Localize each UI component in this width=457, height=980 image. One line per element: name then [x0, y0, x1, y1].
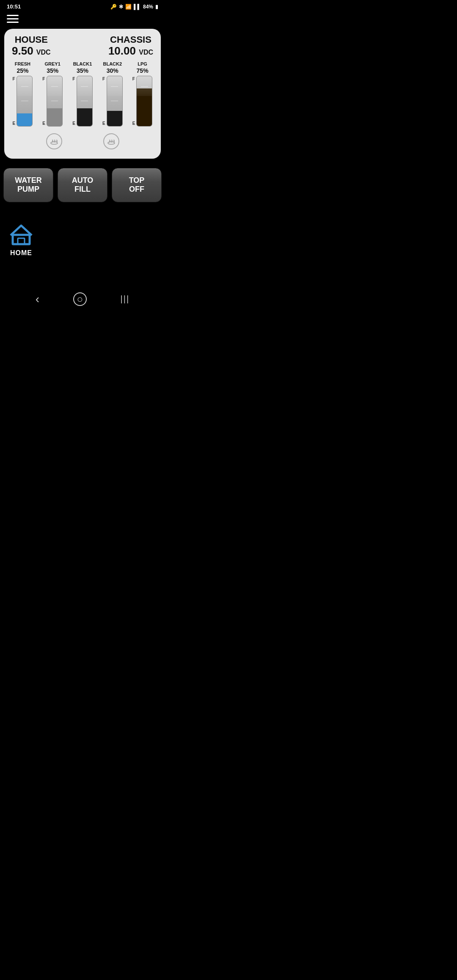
- heat-icon-2[interactable]: [103, 133, 119, 149]
- auto-fill-button[interactable]: AUTOFILL: [58, 168, 107, 202]
- hamburger-line2: [7, 18, 19, 19]
- chassis-label: CHASSIS: [108, 35, 153, 45]
- home-label: HOME: [10, 249, 32, 257]
- hamburger-line1: [7, 15, 19, 16]
- tank-lpg: LPG 75% F E: [130, 61, 155, 127]
- main-card: HOUSE 9.50 VDC CHASSIS 10.00 VDC FRESH 2…: [4, 29, 161, 159]
- tank-grey1: GREY1 35% F E: [40, 61, 65, 127]
- tank-percent: 35%: [77, 67, 88, 74]
- house-label: HOUSE: [12, 35, 51, 45]
- bluetooth-icon: ✻: [119, 4, 123, 10]
- tank-gauge: [77, 76, 93, 127]
- status-bar: 10:51 🔑 ✻ 📶 ▌▌ 84% ▮: [0, 0, 165, 11]
- house-value: 9.50 VDC: [12, 45, 51, 57]
- tank-fill: [47, 108, 62, 126]
- tank-black2: BLACK2 30% F E: [100, 61, 125, 127]
- tank-black1: BLACK1 35% F E: [70, 61, 95, 127]
- tank-percent: 35%: [47, 67, 58, 74]
- key-icon: 🔑: [110, 4, 117, 10]
- status-icons: 🔑 ✻ 📶 ▌▌ 84% ▮: [110, 4, 158, 10]
- tank-fresh: FRESH 25% F E: [10, 61, 35, 127]
- chassis-value: 10.00 VDC: [108, 45, 153, 57]
- tank-percent: 30%: [107, 67, 118, 74]
- tanks-section: FRESH 25% F E GREY1 35%: [8, 61, 157, 127]
- back-button[interactable]: ‹: [32, 289, 43, 309]
- tank-fill: [137, 88, 152, 126]
- tank-name: FRESH: [15, 61, 30, 66]
- tank-fill: [107, 111, 122, 126]
- tank-gauge: [47, 76, 63, 127]
- battery-icon: ▮: [155, 4, 158, 10]
- bottom-nav: HOME: [0, 206, 165, 265]
- recent-button[interactable]: |||: [117, 291, 133, 307]
- tank-name: GREY1: [45, 61, 61, 66]
- chassis-battery: CHASSIS 10.00 VDC: [108, 35, 153, 57]
- tank-fill: [77, 108, 92, 126]
- top-off-button[interactable]: TOPOFF: [112, 168, 162, 202]
- menu-bar: [0, 11, 165, 26]
- heat-icons-row: [8, 130, 157, 153]
- battery-section: HOUSE 9.50 VDC CHASSIS 10.00 VDC: [8, 35, 157, 57]
- heat-icon-1[interactable]: [46, 133, 62, 149]
- control-buttons: WATERPUMPAUTOFILLTOPOFF: [0, 164, 165, 206]
- house-battery: HOUSE 9.50 VDC: [12, 35, 51, 57]
- tank-name: LPG: [138, 61, 147, 66]
- home-icon: [8, 223, 34, 247]
- tank-name: BLACK1: [73, 61, 92, 66]
- home-nav-item[interactable]: HOME: [8, 223, 34, 257]
- tank-fill: [17, 113, 32, 126]
- tank-gauge: [107, 76, 123, 127]
- system-nav-bar: ‹ ○ |||: [0, 282, 165, 316]
- tank-gauge: [136, 76, 152, 127]
- time: 10:51: [7, 3, 21, 10]
- home-button[interactable]: ○: [73, 292, 87, 306]
- signal-icon: ▌▌: [134, 4, 141, 10]
- hamburger-line3: [7, 22, 19, 23]
- tank-percent: 25%: [17, 67, 28, 74]
- tank-gauge: [17, 76, 33, 127]
- menu-button[interactable]: [7, 15, 19, 23]
- svg-rect-2: [13, 235, 30, 244]
- tank-name: BLACK2: [103, 61, 122, 66]
- tank-percent: 75%: [137, 67, 149, 74]
- battery-level: 84%: [143, 4, 153, 10]
- wifi-icon: 📶: [125, 4, 132, 10]
- water-pump-button[interactable]: WATERPUMP: [3, 168, 53, 202]
